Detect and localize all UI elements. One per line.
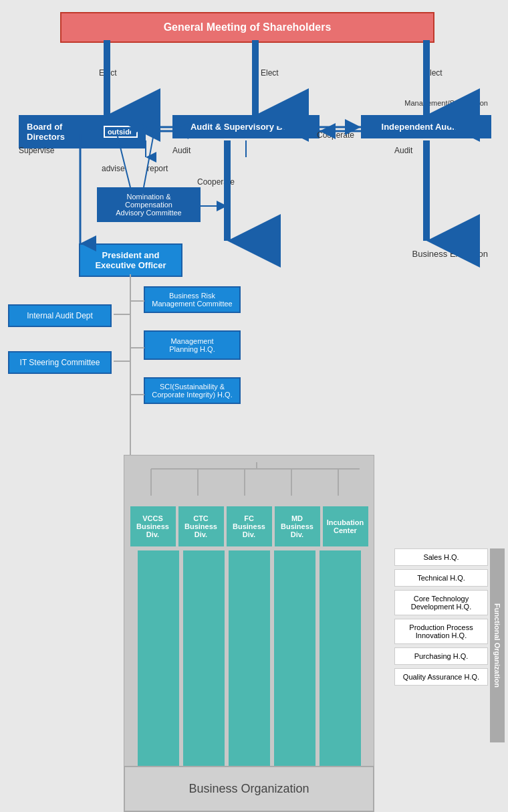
sci-box: SCI(Sustainability &Corporate Integrity)… — [144, 377, 241, 404]
president-label: President andExecutive Officer — [95, 250, 166, 270]
gms-label: General Meeting of Shareholders — [164, 21, 332, 33]
elect-label-2: Elect — [261, 68, 279, 78]
audit-board-box: Audit & Supervisory Board — [172, 115, 320, 138]
biz-org-footer-label: Business Organization — [188, 782, 309, 795]
biz-risk-box: Business RiskManagement Committee — [144, 286, 241, 313]
biz-execution-label: Business Execution — [412, 249, 488, 259]
func-core-tech: Core TechnologyDevelopment H.Q. — [394, 590, 488, 615]
func-technical: Technical H.Q. — [394, 569, 488, 587]
functional-label-text: Functional Organization — [493, 603, 501, 688]
div-fc: FCBusinessDiv. — [227, 506, 272, 546]
divisions-area: VCCSBusinessDiv. CTCBusinessDiv. FCBusin… — [124, 455, 374, 805]
func-purchasing: Purchasing H.Q. — [394, 647, 488, 665]
report-label: report — [147, 164, 168, 173]
board-label: Board of Directors — [27, 122, 100, 142]
president-box: President andExecutive Officer — [79, 243, 182, 277]
teal-tall-columns — [130, 550, 368, 798]
functional-org-label: Functional Organization — [490, 548, 505, 742]
elect-label-3: Elect — [424, 68, 442, 78]
audit-label-2: Audit — [394, 146, 412, 155]
func-production: Production ProcessInnovation H.Q. — [394, 619, 488, 644]
func-sales: Sales H.Q. — [394, 548, 488, 566]
div-ctc: CTCBusinessDiv. — [178, 506, 224, 546]
sci-label: SCI(Sustainability &Corporate Integrity)… — [152, 383, 232, 399]
teal-columns: VCCSBusinessDiv. CTCBusinessDiv. FCBusin… — [130, 506, 368, 546]
management-supervision-label: Management/Supervision — [404, 99, 488, 107]
independent-auditors-label: Independent Auditors — [382, 122, 471, 132]
nomination-label: Nomination & CompensationAdvisory Commit… — [116, 193, 181, 217]
mgmt-planning-box: ManagementPlanning H.Q. — [144, 330, 241, 360]
division-connectors — [130, 462, 380, 502]
supervise-label: Supervise — [19, 146, 54, 155]
audit-board-label: Audit & Supervisory Board — [190, 122, 301, 132]
internal-audit-label: Internal Audit Dept — [27, 311, 93, 320]
cooperate-label-2: Cooperate — [317, 130, 354, 140]
gms-box: General Meeting of Shareholders — [60, 12, 434, 43]
it-steering-box: IT Steering Committee — [8, 351, 112, 374]
mgmt-planning-label: ManagementPlanning H.Q. — [169, 337, 215, 353]
div-md: MDBusinessDiv. — [275, 506, 320, 546]
outside-badge: outside — [104, 126, 138, 138]
func-quality: Quality Assurance H.Q. — [394, 668, 488, 686]
advise-label: advise — [102, 164, 125, 173]
nomination-box: Nomination & CompensationAdvisory Commit… — [97, 187, 201, 222]
elect-label-1: Elect — [99, 68, 117, 78]
internal-audit-box: Internal Audit Dept — [8, 304, 112, 327]
board-box: Board of Directors outside — [19, 115, 146, 148]
org-chart: General Meeting of Shareholders Elect El… — [0, 0, 508, 812]
audit-label-1: Audit — [172, 146, 190, 155]
div-vccs: VCCSBusinessDiv. — [130, 506, 176, 546]
biz-risk-label: Business RiskManagement Committee — [152, 292, 232, 308]
biz-org-footer: Business Organization — [124, 766, 374, 812]
functional-org-boxes: Sales H.Q. Technical H.Q. Core Technolog… — [394, 548, 488, 686]
it-steering-label: IT Steering Committee — [20, 358, 100, 367]
div-incubation: IncubationCenter — [323, 506, 368, 546]
cooperate-label-1: Cooperate — [197, 177, 235, 187]
independent-auditors-box: Independent Auditors — [361, 115, 491, 138]
